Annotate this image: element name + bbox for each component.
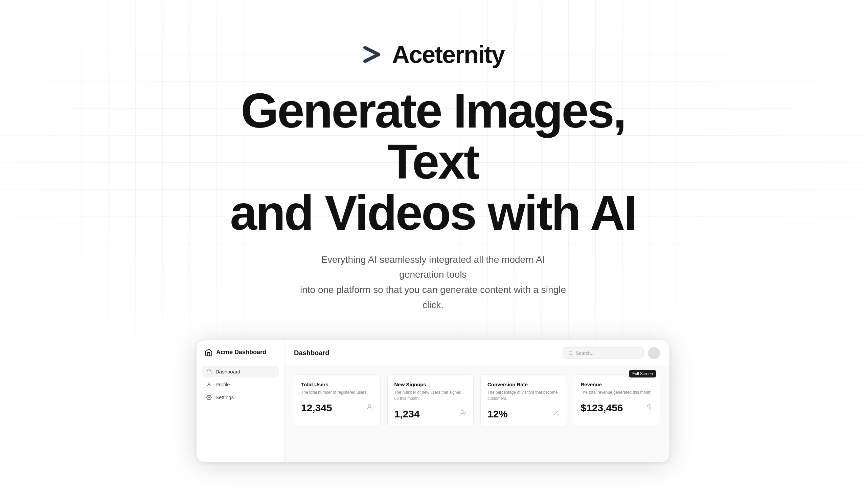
svg-point-1 bbox=[208, 397, 210, 398]
card-desc-total-users: The total number of registered users. bbox=[301, 389, 374, 395]
svg-point-0 bbox=[208, 383, 210, 384]
sidebar-item-profile[interactable]: Profile bbox=[202, 379, 279, 390]
sidebar-item-dashboard-label: Dashboard bbox=[215, 369, 240, 374]
full-screen-badge: Full Screen bbox=[629, 370, 656, 378]
card-title-revenue: Revenue bbox=[581, 382, 653, 387]
sidebar-item-profile-label: Profile bbox=[215, 382, 230, 387]
stat-card-revenue: Full Screen Revenue The total revenue ge… bbox=[574, 374, 660, 427]
sidebar-nav: Dashboard Profile bbox=[202, 366, 279, 403]
search-icon bbox=[568, 351, 573, 356]
main-content: Dashboard Search... bbox=[285, 340, 669, 462]
dashboard-preview-wrapper: Acme Dashboard Dashboard bbox=[196, 340, 670, 462]
card-value-conversion-rate: 12% bbox=[487, 408, 508, 420]
card-desc-revenue: The total revenue generated this month. bbox=[581, 389, 653, 395]
dollar-stat-icon bbox=[645, 403, 653, 413]
svg-point-5 bbox=[461, 410, 464, 413]
svg-point-4 bbox=[368, 404, 371, 406]
search-bar[interactable]: Search... bbox=[563, 347, 644, 359]
card-value-new-signups: 1,234 bbox=[395, 408, 420, 420]
svg-point-2 bbox=[569, 351, 572, 355]
card-desc-conversion-rate: The percentage of visitors that become c… bbox=[487, 389, 560, 402]
sidebar-item-settings[interactable]: Settings bbox=[202, 392, 279, 403]
main-header: Dashboard Search... bbox=[285, 340, 669, 366]
hero-subtitle: Everything AI seamlessly integrated all … bbox=[298, 252, 568, 313]
stat-card-new-signups: New Signups The number of new users that… bbox=[387, 374, 474, 427]
dashboard-preview: Acme Dashboard Dashboard bbox=[196, 340, 670, 462]
avatar bbox=[648, 347, 660, 359]
card-value-row-new-signups: 1,234 bbox=[395, 408, 467, 420]
hero-title: Generate Images, Text and Videos with AI bbox=[196, 85, 670, 239]
card-value-revenue: $123,456 bbox=[581, 402, 623, 414]
stat-card-total-users: Total Users The total number of register… bbox=[294, 374, 380, 427]
stats-grid: Total Users The total number of register… bbox=[285, 366, 669, 435]
user-stat-icon bbox=[366, 403, 374, 413]
logo-row: Aceternity bbox=[362, 41, 504, 68]
card-value-row-revenue: $123,456 bbox=[581, 402, 653, 414]
card-value-total-users: 12,345 bbox=[301, 402, 332, 414]
sidebar: Acme Dashboard Dashboard bbox=[197, 340, 285, 462]
settings-icon bbox=[206, 394, 212, 401]
page-title: Dashboard bbox=[294, 349, 329, 357]
home-icon bbox=[206, 369, 212, 375]
svg-line-10 bbox=[554, 411, 558, 415]
card-value-row-total-users: 12,345 bbox=[301, 402, 374, 414]
user-plus-stat-icon bbox=[459, 409, 466, 419]
svg-point-9 bbox=[557, 414, 558, 415]
card-desc-new-signups: The number of new users that signed up t… bbox=[395, 389, 467, 402]
percent-stat-icon bbox=[552, 409, 560, 419]
hero-section: Aceternity Generate Images, Text and Vid… bbox=[0, 0, 866, 462]
aceternity-chevron-icon bbox=[362, 44, 385, 65]
dashboard-inner: Acme Dashboard Dashboard bbox=[197, 340, 669, 462]
stat-card-conversion-rate: Conversion Rate The percentage of visito… bbox=[480, 374, 567, 427]
svg-point-8 bbox=[554, 411, 555, 412]
sidebar-item-settings-label: Settings bbox=[215, 394, 234, 400]
sidebar-item-dashboard[interactable]: Dashboard bbox=[202, 366, 279, 378]
search-placeholder: Search... bbox=[576, 350, 595, 356]
card-value-row-conversion-rate: 12% bbox=[487, 408, 560, 420]
sidebar-logo: Acme Dashboard bbox=[202, 348, 279, 357]
card-title-new-signups: New Signups bbox=[395, 382, 467, 387]
logo-brand-name: Aceternity bbox=[392, 41, 504, 68]
card-title-conversion-rate: Conversion Rate bbox=[487, 382, 560, 387]
sidebar-brand-name: Acme Dashboard bbox=[216, 349, 266, 356]
card-title-total-users: Total Users bbox=[301, 382, 374, 387]
svg-line-3 bbox=[572, 354, 573, 355]
sidebar-brand-icon bbox=[205, 348, 213, 357]
user-icon bbox=[206, 382, 212, 388]
